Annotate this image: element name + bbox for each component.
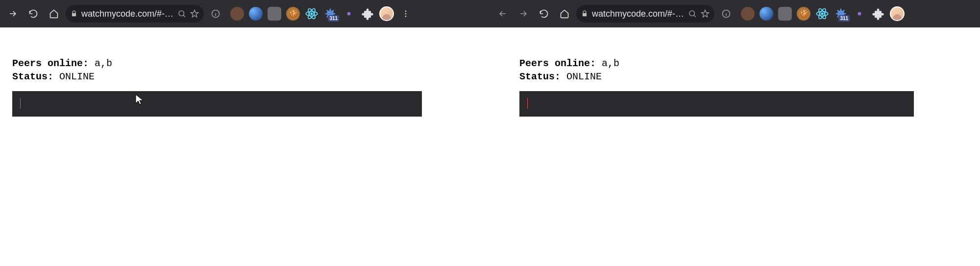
extension-icon[interactable]: 🍪 [286, 7, 300, 21]
site-info-icon[interactable] [717, 5, 735, 23]
extension-strip: 🍪 311 [230, 6, 413, 21]
extension-icon[interactable]: 🍪 [797, 7, 810, 21]
extension-icon[interactable] [230, 7, 244, 21]
page-content: Peers online: a,b Status: ONLINE [0, 27, 490, 266]
status-label: Status: [12, 71, 59, 82]
editor-cursor [527, 98, 528, 109]
extension-strip: 🍪 311 [741, 6, 905, 21]
browser-window-right: watchmycode.com/#-… 🍪 311 [490, 0, 980, 266]
svg-point-7 [405, 10, 407, 12]
code-editor[interactable] [519, 91, 914, 117]
status-value: ONLINE [59, 71, 95, 82]
search-icon[interactable] [688, 9, 697, 18]
browser-toolbar: watchmycode.com/#-… 🍪 311 [490, 0, 980, 27]
extensions-menu-icon[interactable] [361, 7, 374, 21]
extension-icon[interactable] [268, 7, 281, 21]
forward-button[interactable] [4, 5, 22, 23]
peers-label: Peers online: [519, 58, 602, 69]
address-bar[interactable]: watchmycode.com/#-… [576, 5, 714, 23]
browser-window-left: watchmycode.com/#-… 🍪 311 [0, 0, 490, 266]
url-text: watchmycode.com/#-… [592, 9, 684, 19]
svg-point-15 [821, 13, 823, 15]
url-text: watchmycode.com/#-… [81, 9, 173, 19]
home-button[interactable] [45, 5, 63, 23]
react-devtools-icon[interactable] [305, 7, 318, 21]
mouse-cursor-icon [135, 94, 145, 108]
site-info-icon[interactable] [207, 5, 224, 23]
status-value: ONLINE [566, 71, 602, 82]
lock-icon [581, 10, 588, 17]
editor-cursor [20, 98, 21, 109]
status-label: Status: [519, 71, 566, 82]
extension-icon[interactable] [760, 7, 773, 21]
extension-badge: 311 [328, 15, 339, 22]
svg-point-16 [858, 12, 861, 16]
bookmark-star-icon[interactable] [701, 9, 710, 18]
forward-button[interactable] [514, 5, 532, 23]
svg-point-5 [311, 13, 313, 15]
extension-badge: 311 [838, 15, 850, 22]
status-line: Status: ONLINE [519, 70, 968, 83]
home-button[interactable] [556, 5, 573, 23]
peers-line: Peers online: a,b [12, 57, 478, 70]
page-content: Peers online: a,b Status: ONLINE [490, 27, 980, 266]
reload-button[interactable] [535, 5, 553, 23]
status-line: Status: ONLINE [12, 70, 478, 83]
svg-point-8 [405, 13, 407, 15]
extension-icon[interactable] [853, 7, 866, 21]
svg-point-6 [347, 12, 351, 16]
kebab-menu-icon[interactable] [399, 9, 413, 18]
code-editor[interactable] [12, 91, 422, 117]
back-button[interactable] [494, 5, 512, 23]
extensions-menu-icon[interactable] [871, 7, 885, 21]
extension-icon[interactable] [778, 7, 792, 21]
address-bar[interactable]: watchmycode.com/#-… [66, 5, 204, 23]
lock-icon [71, 10, 77, 17]
svg-point-9 [405, 16, 407, 17]
peers-value: a,b [602, 58, 619, 69]
profile-avatar[interactable] [379, 6, 394, 21]
search-icon[interactable] [177, 9, 186, 18]
extension-icon[interactable] [741, 7, 755, 21]
peers-label: Peers online: [12, 58, 95, 69]
extension-icon[interactable]: 311 [323, 7, 337, 21]
peers-line: Peers online: a,b [519, 57, 968, 70]
profile-avatar[interactable] [890, 6, 905, 21]
bookmark-star-icon[interactable] [190, 9, 199, 18]
extension-icon[interactable] [342, 7, 356, 21]
browser-toolbar: watchmycode.com/#-… 🍪 311 [0, 0, 490, 27]
extension-icon[interactable]: 311 [834, 7, 848, 21]
react-devtools-icon[interactable] [815, 7, 829, 21]
extension-icon[interactable] [249, 7, 263, 21]
peers-value: a,b [95, 58, 112, 69]
svg-point-10 [689, 11, 695, 16]
svg-point-0 [179, 11, 184, 16]
reload-button[interactable] [24, 5, 42, 23]
